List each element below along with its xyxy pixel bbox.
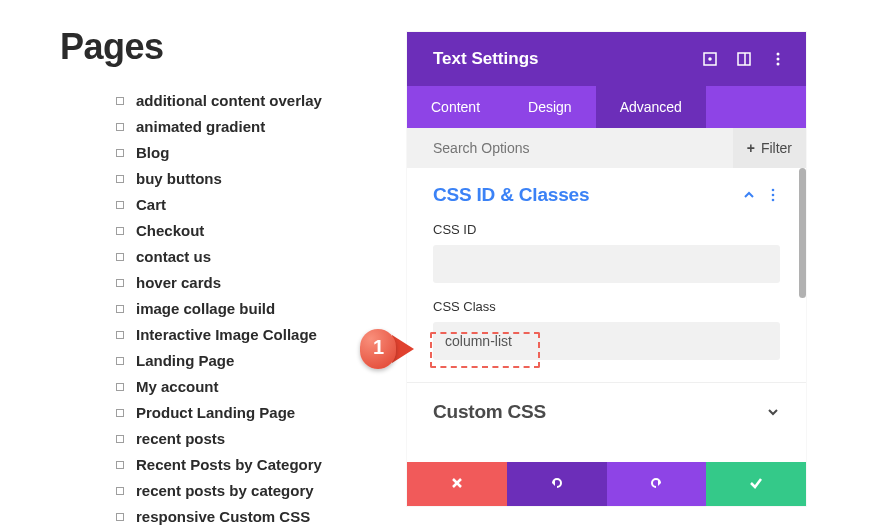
cancel-button[interactable] bbox=[407, 462, 507, 506]
scrollbar[interactable] bbox=[799, 168, 806, 298]
css-id-label: CSS ID bbox=[433, 222, 780, 237]
pages-heading: Pages bbox=[60, 26, 164, 68]
search-row: + Filter bbox=[407, 128, 806, 168]
filter-label: Filter bbox=[761, 140, 792, 156]
tabs: Content Design Advanced bbox=[407, 86, 806, 128]
section-css-id-classes: CSS ID & Classes CSS ID CSS Class bbox=[407, 168, 806, 383]
section-header[interactable]: CSS ID & Classes bbox=[433, 184, 780, 206]
list-item[interactable]: image collage build bbox=[114, 300, 322, 318]
tab-design[interactable]: Design bbox=[504, 86, 596, 128]
list-item[interactable]: Recent Posts by Category bbox=[114, 456, 322, 474]
css-class-input[interactable] bbox=[433, 322, 780, 360]
svg-rect-2 bbox=[738, 53, 750, 65]
callout-number: 1 bbox=[373, 336, 384, 359]
svg-point-1 bbox=[709, 58, 711, 60]
field-css-class: CSS Class bbox=[433, 299, 780, 360]
section-header[interactable]: Custom CSS bbox=[433, 401, 780, 423]
filter-button[interactable]: + Filter bbox=[733, 128, 806, 168]
section-more-icon[interactable] bbox=[766, 188, 780, 202]
chevron-up-icon[interactable] bbox=[742, 188, 756, 202]
header-icons bbox=[702, 51, 786, 67]
more-icon[interactable] bbox=[770, 51, 786, 67]
svg-point-8 bbox=[772, 194, 775, 197]
pages-list: additional content overlay animated grad… bbox=[114, 92, 322, 530]
css-class-label: CSS Class bbox=[433, 299, 780, 314]
list-item[interactable]: contact us bbox=[114, 248, 322, 266]
panel-header: Text Settings bbox=[407, 32, 806, 86]
list-item[interactable]: My account bbox=[114, 378, 322, 396]
section-title: Custom CSS bbox=[433, 401, 756, 423]
plus-icon: + bbox=[747, 140, 755, 156]
svg-point-7 bbox=[772, 189, 775, 192]
css-id-input[interactable] bbox=[433, 245, 780, 283]
svg-point-6 bbox=[777, 63, 780, 66]
undo-button[interactable] bbox=[507, 462, 607, 506]
undo-icon bbox=[549, 475, 565, 494]
list-item[interactable]: Cart bbox=[114, 196, 322, 214]
tab-advanced[interactable]: Advanced bbox=[596, 86, 706, 128]
list-item[interactable]: Blog bbox=[114, 144, 322, 162]
list-item[interactable]: Interactive Image Collage bbox=[114, 326, 322, 344]
list-item[interactable]: recent posts by category bbox=[114, 482, 322, 500]
panel-body: CSS ID & Classes CSS ID CSS Class Custom… bbox=[407, 168, 806, 462]
settings-panel: Text Settings Content Design Advanced + … bbox=[407, 32, 806, 506]
list-item[interactable]: recent posts bbox=[114, 430, 322, 448]
list-item[interactable]: responsive Custom CSS bbox=[114, 508, 322, 526]
close-icon bbox=[450, 476, 464, 493]
list-item[interactable]: Checkout bbox=[114, 222, 322, 240]
list-item[interactable]: Landing Page bbox=[114, 352, 322, 370]
chevron-down-icon[interactable] bbox=[766, 405, 780, 419]
section-custom-css: Custom CSS bbox=[407, 383, 806, 441]
list-item[interactable]: animated gradient bbox=[114, 118, 322, 136]
redo-button[interactable] bbox=[607, 462, 707, 506]
list-item[interactable]: buy buttons bbox=[114, 170, 322, 188]
save-button[interactable] bbox=[706, 462, 806, 506]
search-input[interactable] bbox=[433, 140, 733, 156]
svg-point-5 bbox=[777, 58, 780, 61]
field-css-id: CSS ID bbox=[433, 222, 780, 283]
section-title: CSS ID & Classes bbox=[433, 184, 732, 206]
list-item[interactable]: additional content overlay bbox=[114, 92, 322, 110]
bottom-bar bbox=[407, 462, 806, 506]
check-icon bbox=[748, 475, 764, 494]
redo-icon bbox=[648, 475, 664, 494]
svg-point-4 bbox=[777, 53, 780, 56]
expand-icon[interactable] bbox=[702, 51, 718, 67]
list-item[interactable]: hover cards bbox=[114, 274, 322, 292]
list-item[interactable]: Product Landing Page bbox=[114, 404, 322, 422]
layout-icon[interactable] bbox=[736, 51, 752, 67]
tab-content[interactable]: Content bbox=[407, 86, 504, 128]
svg-point-9 bbox=[772, 199, 775, 202]
panel-title: Text Settings bbox=[433, 49, 702, 69]
callout-badge: 1 bbox=[360, 329, 420, 369]
